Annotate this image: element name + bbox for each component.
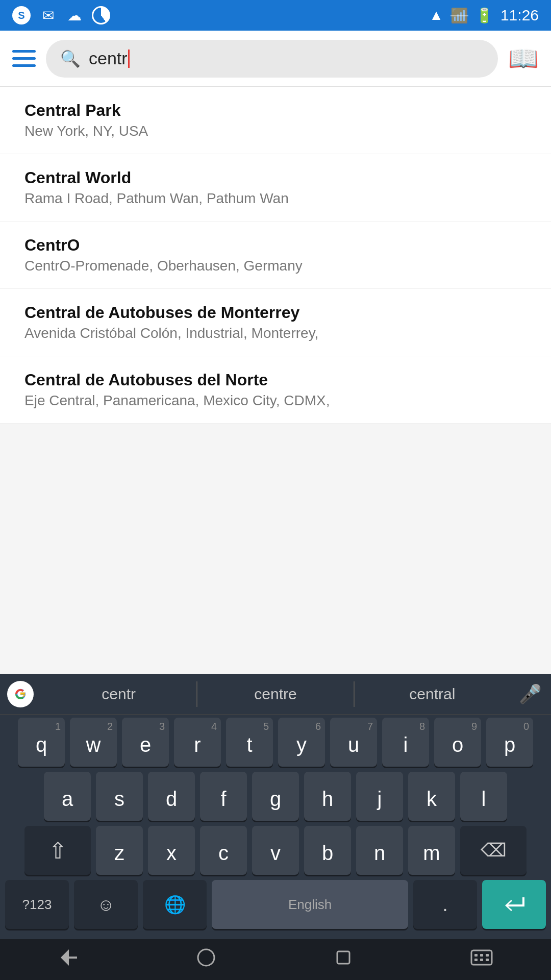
status-icons: S ✉ ☁ ⠀ [12,6,110,24]
keys-area: 1q 2w 3e 4r 5t 6y 7u 8i 9o 0p a s d f g … [0,715,551,939]
result-name-2: CentrO [24,236,527,255]
result-name-1: Central World [24,168,527,187]
key-row-4: ?123 ☺ 🌐 English . [5,880,546,929]
battery-icon: 🔋 [475,7,493,24]
key-n[interactable]: n [356,826,403,875]
result-item-3[interactable]: Central de Autobuses de Monterrey Avenid… [0,289,551,356]
key-r[interactable]: 4r [174,718,221,767]
key-z[interactable]: z [96,826,143,875]
gmail-icon: ✉ [39,6,57,24]
wifi-icon: ▲ [429,7,443,23]
bottom-nav [0,939,551,980]
menu-button[interactable] [12,50,36,67]
mic-icon[interactable]: 🎤 [510,674,551,715]
key-d[interactable]: d [148,772,195,821]
google-logo [0,674,41,715]
key-f[interactable]: f [200,772,247,821]
result-item-2[interactable]: CentrO CentrO-Promenade, Oberhausen, Ger… [0,222,551,289]
enter-key[interactable] [482,880,546,929]
circle-icon: ⠀ [92,6,110,24]
backspace-key[interactable]: ⌫ [460,826,527,875]
key-y[interactable]: 6y [278,718,325,767]
result-name-4: Central de Autobuses del Norte [24,371,527,389]
svg-rect-3 [337,951,349,964]
home-button[interactable] [196,947,216,972]
key-g[interactable]: g [252,772,299,821]
globe-key[interactable]: 🌐 [143,880,207,929]
suggestion-0[interactable]: centr [41,674,196,714]
back-button[interactable] [59,947,79,972]
result-item-1[interactable]: Central World Rama I Road, Pathum Wan, P… [0,154,551,222]
svg-rect-8 [474,959,478,961]
key-w[interactable]: 2w [70,718,117,767]
svg-rect-5 [474,954,478,957]
svg-rect-9 [480,959,483,961]
emoji-key[interactable]: ☺ [74,880,138,929]
key-t[interactable]: 5t [226,718,273,767]
svg-rect-4 [471,950,492,965]
cloud-icon: ☁ [65,6,84,24]
key-k[interactable]: k [408,772,455,821]
recents-button[interactable] [333,947,354,972]
key-h[interactable]: h [304,772,351,821]
signal-icon: 📶 [450,7,468,24]
shift-key[interactable]: ⇧ [24,826,91,875]
result-item-0[interactable]: Central Park New York, NY, USA [0,87,551,154]
key-a[interactable]: a [44,772,91,821]
svg-point-2 [198,949,214,966]
skype-icon: S [12,6,31,24]
result-address-2: CentrO-Promenade, Oberhausen, Germany [24,258,527,274]
status-bar: S ✉ ☁ ⠀ ▲ 📶 🔋 11:26 [0,0,551,31]
keyboard-toggle-button[interactable] [470,947,493,972]
result-address-0: New York, NY, USA [24,123,527,139]
bookmark-icon[interactable]: 📖 [508,44,539,73]
suggestion-1[interactable]: centre [197,674,353,714]
svg-rect-6 [480,954,483,957]
result-address-1: Rama I Road, Pathum Wan, Pathum Wan [24,190,527,207]
key-q[interactable]: 1q [18,718,65,767]
result-item-4[interactable]: Central de Autobuses del Norte Eje Centr… [0,356,551,424]
space-key[interactable]: English [212,880,408,929]
key-j[interactable]: j [356,772,403,821]
key-p[interactable]: 0p [486,718,533,767]
key-s[interactable]: s [96,772,143,821]
search-results-list: Central Park New York, NY, USA Central W… [0,87,551,424]
key-o[interactable]: 9o [434,718,481,767]
key-row-1: 1q 2w 3e 4r 5t 6y 7u 8i 9o 0p [5,718,546,767]
key-x[interactable]: x [148,826,195,875]
search-bar[interactable]: 🔍 centr [46,40,498,78]
result-name-3: Central de Autobuses de Monterrey [24,303,527,322]
key-row-2: a s d f g h j k l [5,772,546,821]
key-b[interactable]: b [304,826,351,875]
result-address-3: Avenida Cristóbal Colón, Industrial, Mon… [24,325,527,341]
result-name-0: Central Park [24,101,527,120]
symbols-key[interactable]: ?123 [5,880,69,929]
key-m[interactable]: m [408,826,455,875]
time-display: 11:26 [500,7,539,24]
key-l[interactable]: l [460,772,507,821]
svg-rect-10 [486,959,489,961]
keyboard: centr centre central 🎤 1q 2w 3e 4r 5t 6y… [0,674,551,939]
suggestion-2[interactable]: central [355,674,510,714]
result-address-4: Eje Central, Panamericana, Mexico City, … [24,393,527,409]
key-row-3: ⇧ z x c v b n m ⌫ [5,826,546,875]
key-u[interactable]: 7u [330,718,377,767]
period-key[interactable]: . [413,880,477,929]
search-input[interactable]: centr [89,48,130,68]
app-header: 🔍 centr 📖 [0,31,551,87]
key-i[interactable]: 8i [382,718,429,767]
status-right: ▲ 📶 🔋 11:26 [429,7,539,24]
svg-marker-0 [61,949,69,966]
key-e[interactable]: 3e [122,718,169,767]
key-v[interactable]: v [252,826,299,875]
key-c[interactable]: c [200,826,247,875]
suggestions-row: centr centre central 🎤 [0,674,551,715]
search-icon: 🔍 [60,49,81,68]
svg-rect-7 [486,954,489,957]
